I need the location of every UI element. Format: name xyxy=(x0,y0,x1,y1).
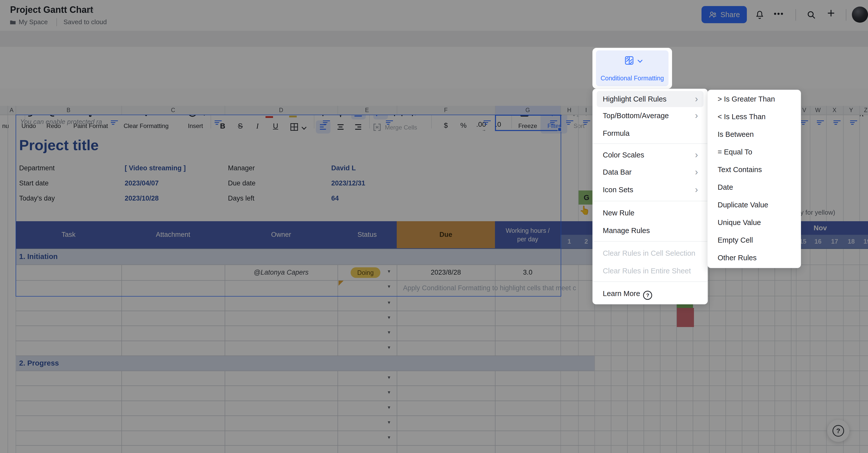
header-day-16: 16 xyxy=(810,235,826,248)
conditional-formatting-menu: Highlight Cell Rules› Top/Bottom/Average… xyxy=(592,89,708,304)
submenu-item-unique-value[interactable]: Unique Value xyxy=(712,214,797,231)
menu-item-clear-rules-selection: Clear Rules in Cell Selection xyxy=(597,245,704,261)
submenu-item-less-than[interactable]: < Is Less Than xyxy=(712,109,797,125)
conditional-formatting-chevron xyxy=(638,58,643,63)
header-divider-2 xyxy=(846,9,846,21)
submenu-arrow-icon: › xyxy=(695,91,698,107)
fill-handle[interactable] xyxy=(558,127,562,131)
learn-more-help-icon: ? xyxy=(643,291,652,300)
submenu-item-duplicate-value[interactable]: Duplicate Value xyxy=(712,197,797,213)
submenu-item-is-between[interactable]: Is Between xyxy=(712,126,797,142)
menu-item-learn-more[interactable]: Learn More? xyxy=(597,285,704,302)
menu-item-data-bar[interactable]: Data Bar› xyxy=(597,164,704,180)
share-label: Share xyxy=(720,10,740,19)
highlight-cell-rules-submenu: > Is Greater Than < Is Less Than Is Betw… xyxy=(707,90,801,268)
header-day-18: 18 xyxy=(843,235,860,248)
share-button[interactable]: Share xyxy=(702,6,747,23)
sheet-tab-bar: Gantt Chart Staff Arrangement + xyxy=(0,31,868,47)
breadcrumb-divider xyxy=(56,18,57,26)
people-icon xyxy=(708,10,717,19)
submenu-item-date[interactable]: Date xyxy=(712,179,797,195)
pointer-emoji: 👆 xyxy=(579,205,590,215)
avatar[interactable] xyxy=(852,6,868,23)
search-icon[interactable] xyxy=(806,9,816,20)
gantt-bar-red xyxy=(677,308,694,327)
section-progress-band xyxy=(16,356,594,371)
doc-header: Project Gantt Chart ☆ My Space Saved to … xyxy=(0,0,868,31)
bell-icon[interactable] xyxy=(755,9,765,20)
save-status: Saved to cloud xyxy=(63,18,107,26)
menu-item-color-scales[interactable]: Color Scales› xyxy=(597,147,704,163)
menu-item-manage-rules[interactable]: Manage Rules xyxy=(597,222,704,239)
submenu-item-greater-than[interactable]: > Is Greater Than xyxy=(712,91,797,107)
app-window: Project Gantt Chart ☆ My Space Saved to … xyxy=(0,0,868,453)
folder-icon xyxy=(9,19,16,26)
header-divider xyxy=(796,9,796,21)
breadcrumb-space[interactable]: My Space xyxy=(19,18,48,26)
selected-cell-g2[interactable] xyxy=(495,115,561,131)
submenu-item-other-rules[interactable]: Other Rules xyxy=(712,250,797,266)
green-marker-cell: G xyxy=(579,190,594,205)
menu-item-clear-rules-sheet: Clear Rules in Entire Sheet xyxy=(597,263,704,279)
header-day-2: 2 xyxy=(578,235,594,248)
header-day-19: 19 xyxy=(860,235,868,248)
section-progress-label: 2. Progress xyxy=(19,359,59,367)
star-icon[interactable]: ☆ xyxy=(87,5,94,15)
conditional-formatting-icon xyxy=(624,55,634,65)
submenu-item-empty-cell[interactable]: Empty Cell xyxy=(712,232,797,248)
doc-title: Project Gantt Chart xyxy=(10,4,93,15)
menu-item-new-rule[interactable]: New Rule xyxy=(597,205,704,221)
conditional-formatting-spotlight: Conditional Formatting xyxy=(592,48,672,89)
conditional-formatting-button[interactable]: Conditional Formatting xyxy=(596,50,669,86)
help-button[interactable]: ? xyxy=(827,420,849,442)
toolbar: nu Undo Redo Paint Format Clear Formatti… xyxy=(0,47,868,89)
header-day-1: 1 xyxy=(560,235,578,248)
filter-range-border xyxy=(16,115,561,297)
help-icon: ? xyxy=(833,425,844,436)
menu-item-formula[interactable]: Formula xyxy=(597,125,704,141)
menu-item-icon-sets[interactable]: Icon Sets› xyxy=(597,182,704,198)
more-actions-icon[interactable]: ••• xyxy=(774,9,784,18)
menu-item-top-bottom-average[interactable]: Top/Bottom/Average› xyxy=(597,108,704,124)
header-month-nov: Nov xyxy=(796,221,868,235)
header-day-17: 17 xyxy=(826,235,843,248)
submenu-item-text-contains[interactable]: Text Contains xyxy=(712,161,797,178)
submenu-item-equal-to[interactable]: = Equal To xyxy=(712,144,797,160)
new-doc-icon[interactable]: + xyxy=(827,5,835,21)
menu-item-highlight-cell-rules[interactable]: Highlight Cell Rules› xyxy=(597,91,704,107)
conditional-formatting-label: Conditional Formatting xyxy=(596,74,669,82)
